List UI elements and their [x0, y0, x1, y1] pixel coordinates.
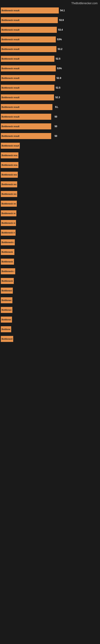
bar-row: Bottleneck res [0, 247, 100, 257]
bar-label: Bottleneck result [1, 86, 19, 89]
bar-label: Bottleneck result [1, 67, 19, 70]
bar-value: 53% [57, 38, 62, 41]
bar-row: Bottleneck result [0, 189, 100, 199]
bar-row: Bottleneck result52.5 [0, 83, 100, 92]
site-title: TheBottlenecker.com [71, 2, 98, 5]
bar-label: Bottleneck result [1, 116, 19, 118]
bar-label: Bottleneck result [1, 48, 19, 50]
bar-row: Bottleneck result50 [0, 122, 100, 131]
bar-label: Bottleneck result [1, 77, 19, 79]
bar-row: Bottleneck result [0, 160, 100, 170]
bar-label: Bottleneck result [1, 96, 19, 98]
bar-row: Bottleneck result [0, 208, 100, 218]
bar-label: Bottleneck result [1, 270, 14, 272]
bar-row: Bottleneck result52.9 [0, 73, 100, 83]
bar-row: Bottleneck res [0, 257, 100, 266]
bar-row: Bottleneck result50 [0, 112, 100, 122]
header: TheBottlenecker.com [0, 0, 100, 6]
bar-label: Bottleneck r [1, 290, 12, 292]
bar-value: 52.9 [57, 77, 61, 80]
bar-label: Bottleneck result [1, 135, 19, 137]
bar-label: Bottleneck result [1, 9, 19, 12]
bar-label: Bottleneck result [1, 164, 18, 166]
bar-row: Bottleneck result50 [0, 131, 100, 141]
bar-label: Bottleneck result [1, 144, 19, 147]
bar-row: Bottleneck result52.3 [0, 92, 100, 102]
bar-label: Bottleneck res [1, 260, 13, 263]
bar-label: Bottleneck result [1, 28, 19, 31]
bar-value: 53.4 [58, 28, 63, 31]
bar-row: Bottleneck result [0, 170, 100, 180]
bar-label: Bottleneck result [1, 232, 15, 234]
bar-row: Bottleneck result [0, 218, 100, 228]
bar-row: Bottleneck r [0, 296, 100, 305]
bar-label: Bottleneck result [1, 38, 19, 41]
bar-label: Bottleneck r [1, 309, 12, 311]
bar-row: Bottleneck result [0, 266, 100, 276]
bar-value: 52.5 [56, 57, 60, 60]
bar-row: Bottleneck result [0, 238, 100, 247]
bar-row: Bottleneck r [0, 315, 100, 324]
bar-row: Bottleneck result53.4 [0, 25, 100, 34]
bar-label: Bottleneck res [1, 280, 13, 282]
bar-row: Bottleneck result53% [0, 64, 100, 73]
bar-value: 53.9 [59, 19, 64, 22]
bar-value: 51. [55, 106, 58, 108]
bar-label: Bottleneck [1, 328, 10, 330]
bar-value: 53.2 [58, 48, 62, 50]
bar-row: Bottleneck result [0, 199, 100, 208]
bar-row: Bottleneck result53% [0, 34, 100, 44]
bar-value: 50 [54, 135, 57, 138]
bar-label: Bottleneck result [1, 174, 17, 176]
bar-value: 50 [54, 115, 57, 118]
bar-row: Bottleneck res [0, 276, 100, 286]
bar-label: Bottleneck result [1, 212, 16, 214]
bar-label: Bottleneck result [1, 19, 19, 21]
bar-value: 52.3 [55, 96, 60, 99]
bar-label: Bottleneck result [1, 241, 14, 244]
bar-label: Bottleneck result [1, 106, 19, 108]
bar-label: Bottleneck result [1, 193, 16, 195]
bar-row: Bottleneck result [0, 141, 100, 150]
bar-label: Bottleneck result [1, 125, 19, 128]
bar-row: Bottleneck result53.2 [0, 44, 100, 54]
bar-value: 54.1 [60, 9, 65, 12]
bar-label: Bottleneck re [1, 338, 12, 340]
bar-row: Bottleneck result54.1 [0, 6, 100, 15]
bar-row: Bottleneck result [0, 150, 100, 160]
bar-label: Bottleneck result [1, 222, 15, 224]
bar-value: 53% [57, 67, 62, 70]
bar-row: Bottleneck re [0, 334, 100, 344]
bar-label: Bottleneck result [1, 154, 18, 156]
bar-row: Bottleneck result [0, 180, 100, 189]
bar-value: 52.5 [56, 86, 60, 89]
bar-label: Bottleneck result [1, 58, 19, 60]
bar-row: Bottleneck result52.5 [0, 54, 100, 64]
bar-row: Bottleneck result51. [0, 102, 100, 112]
bar-row: Bottleneck result [0, 228, 100, 238]
bar-row: Bottleneck r [0, 286, 100, 296]
bar-value: 50 [54, 125, 57, 128]
bar-chart: Bottleneck result54.1Bottleneck result53… [0, 6, 100, 344]
bar-label: Bottleneck res [1, 251, 14, 253]
bar-label: Bottleneck r [1, 318, 11, 321]
bar-label: Bottleneck result [1, 183, 16, 186]
bar-row: Bottleneck result53.9 [0, 15, 100, 25]
bar-label: Bottleneck r [1, 299, 12, 302]
bar-row: Bottleneck [0, 324, 100, 334]
bar-row: Bottleneck r [0, 305, 100, 315]
bar-label: Bottleneck result [1, 202, 16, 205]
